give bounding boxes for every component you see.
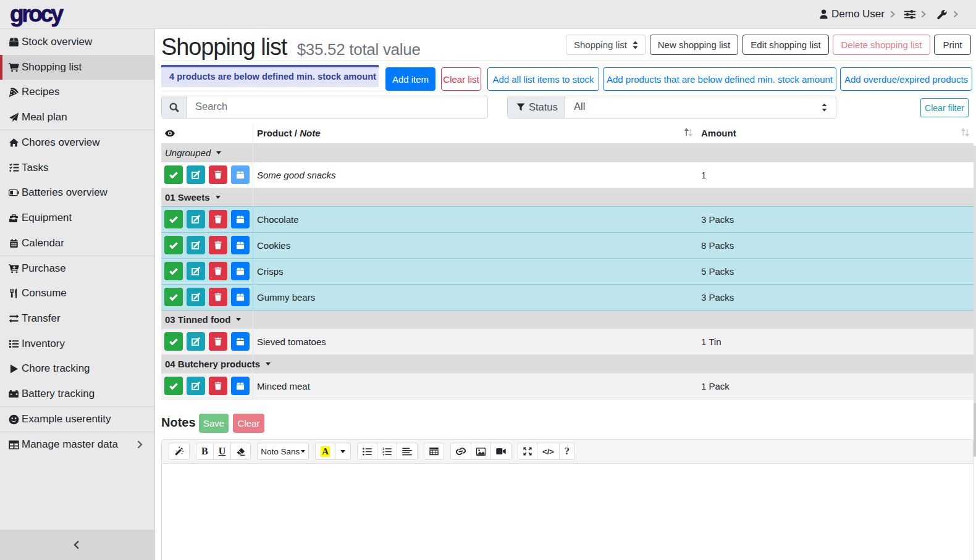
- svg-text:3: 3: [382, 453, 385, 455]
